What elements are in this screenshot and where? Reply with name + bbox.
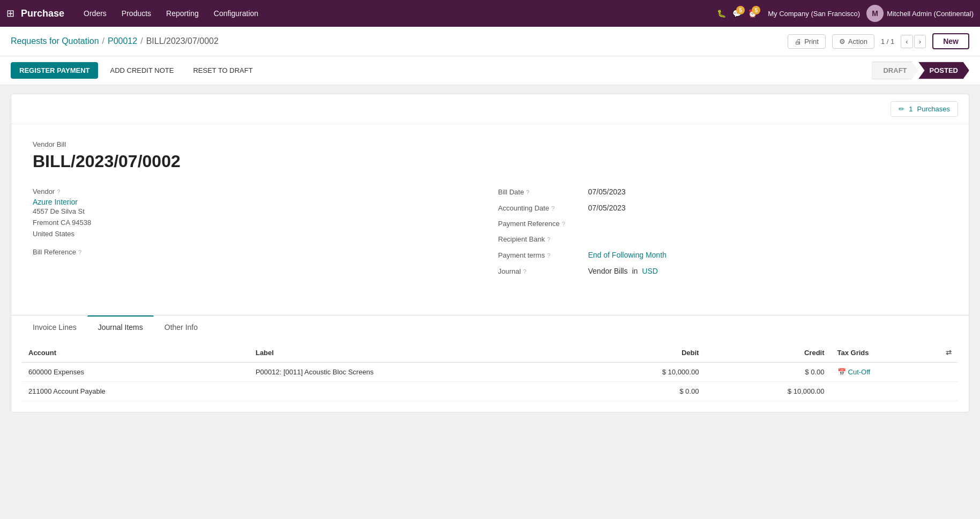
bill-reference-label: Bill Reference? — [33, 248, 482, 256]
tab-other-info[interactable]: Other Info — [154, 315, 208, 339]
bill-date-help[interactable]: ? — [526, 189, 529, 195]
form-title: BILL/2023/07/0002 — [33, 152, 947, 171]
prev-record-button[interactable]: ‹ — [901, 35, 912, 48]
journal-table-section: Account Label Debit Credit Tax Grids ⇄ 6… — [11, 343, 969, 412]
bill-reference-field-group: Bill Reference? — [33, 248, 482, 256]
register-payment-button[interactable]: REGISTER PAYMENT — [11, 62, 98, 79]
form-banner: ✏ 1 Purchases — [11, 94, 969, 124]
form-card: ✏ 1 Purchases Vendor Bill BILL/2023/07/0… — [11, 94, 969, 412]
row2-label — [249, 382, 580, 401]
row1-tax-grids: 📅 Cut-Off — [831, 363, 958, 382]
bug-icon-button[interactable]: 🐛 — [717, 9, 726, 18]
bill-date-label: Bill Date? — [498, 188, 584, 196]
nav-arrows: ‹ › — [901, 35, 926, 48]
user-menu[interactable]: M Mitchell Admin (Continental) — [866, 5, 974, 22]
calendar-icon: 📅 — [837, 368, 846, 376]
company-info: My Company (San Francisco) — [768, 10, 860, 18]
accounting-date-help[interactable]: ? — [551, 205, 555, 212]
column-settings-icon[interactable]: ⇄ — [946, 349, 952, 357]
action-bar: REGISTER PAYMENT ADD CREDIT NOTE RESET T… — [0, 56, 980, 85]
accounting-date-value: 07/05/2023 — [588, 204, 626, 212]
breadcrumb: Requests for Quotation / P00012 / BILL/2… — [11, 36, 219, 46]
bill-date-value: 07/05/2023 — [588, 187, 626, 196]
form-left-column: Vendor? Azure Interior 4557 De Silva St … — [33, 187, 482, 283]
vendor-address: 4557 De Silva St Fremont CA 94538 United… — [33, 206, 482, 239]
breadcrumb-p00012[interactable]: P00012 — [108, 36, 137, 46]
apps-icon[interactable]: ⊞ — [6, 7, 14, 19]
journal-help[interactable]: ? — [523, 268, 526, 275]
bill-date-row: Bill Date? 07/05/2023 — [498, 187, 948, 196]
row1-label: P00012: [0011] Acoustic Bloc Screens — [249, 363, 580, 382]
journal-row: Journal? Vendor Bills in USD — [498, 267, 948, 275]
breadcrumb-rfq[interactable]: Requests for Quotation — [11, 36, 99, 46]
nav-orders[interactable]: Orders — [77, 5, 113, 22]
payment-reference-row: Payment Reference? — [498, 220, 948, 228]
recipient-bank-help[interactable]: ? — [547, 236, 550, 243]
journal-label: Journal? — [498, 267, 584, 275]
edit-icon: ✏ — [899, 105, 904, 113]
clock-icon-button[interactable]: ⏰ 5 — [748, 9, 757, 18]
journal-table: Account Label Debit Credit Tax Grids ⇄ 6… — [22, 343, 958, 401]
payment-terms-help[interactable]: ? — [547, 252, 550, 259]
status-draft[interactable]: DRAFT — [872, 62, 918, 79]
payment-reference-label: Payment Reference? — [498, 220, 584, 228]
payment-terms-row: Payment terms? End of Following Month — [498, 251, 948, 259]
new-button[interactable]: New — [932, 33, 969, 49]
row1-credit: $ 0.00 — [705, 363, 831, 382]
journal-in: in — [632, 267, 638, 275]
nav-reporting[interactable]: Reporting — [160, 5, 205, 22]
journal-value: Vendor Bills — [588, 267, 628, 275]
action-button[interactable]: ⚙ Action — [832, 34, 874, 49]
purchases-count: 1 — [909, 105, 912, 113]
tab-journal-items[interactable]: Journal Items — [87, 315, 154, 339]
payment-terms-value[interactable]: End of Following Month — [588, 251, 667, 259]
print-button[interactable]: 🖨 Print — [788, 34, 826, 49]
gear-icon: ⚙ — [839, 37, 846, 46]
col-account-header: Account — [22, 343, 249, 363]
chat-icon-button[interactable]: 💬 5 — [732, 9, 742, 18]
breadcrumb-bar: Requests for Quotation / P00012 / BILL/2… — [0, 27, 980, 56]
tab-invoice-lines[interactable]: Invoice Lines — [22, 315, 87, 339]
row2-debit: $ 0.00 — [580, 382, 705, 401]
next-record-button[interactable]: › — [914, 35, 926, 48]
breadcrumb-current: BILL/2023/07/0002 — [146, 36, 219, 46]
form-body: Vendor Bill BILL/2023/07/0002 Vendor? Az… — [11, 124, 969, 315]
form-type-label: Vendor Bill — [33, 140, 947, 148]
recipient-bank-label: Recipient Bank? — [498, 235, 584, 243]
clock-badge: 5 — [752, 6, 760, 14]
vendor-name[interactable]: Azure Interior — [33, 198, 78, 206]
vendor-help[interactable]: ? — [57, 189, 60, 195]
payment-terms-label: Payment terms? — [498, 251, 584, 259]
user-name: Mitchell Admin (Continental) — [887, 10, 974, 18]
breadcrumb-sep-1: / — [102, 36, 104, 46]
company-name: My Company (San Francisco) — [768, 10, 860, 18]
row2-credit: $ 10,000.00 — [705, 382, 831, 401]
col-credit-header: Credit — [705, 343, 831, 363]
table-row: 600000 Expenses P00012: [0011] Acoustic … — [22, 363, 958, 382]
status-posted[interactable]: POSTED — [918, 62, 969, 79]
vendor-field-group: Vendor? Azure Interior 4557 De Silva St … — [33, 187, 482, 239]
bill-reference-help[interactable]: ? — [78, 249, 81, 255]
vendor-address3: United States — [33, 229, 482, 240]
nav-configuration[interactable]: Configuration — [207, 5, 265, 22]
vendor-address1: 4557 De Silva St — [33, 206, 482, 217]
user-avatar: M — [866, 5, 884, 22]
nav-icons: 🐛 💬 5 ⏰ 5 My Company (San Francisco) M M… — [717, 5, 974, 22]
reset-to-draft-button[interactable]: RESET TO DRAFT — [185, 62, 260, 79]
journal-currency[interactable]: USD — [642, 267, 658, 275]
purchases-label: Purchases — [917, 105, 950, 113]
printer-icon: 🖨 — [795, 37, 802, 46]
form-right-column: Bill Date? 07/05/2023 Accounting Date? 0… — [498, 187, 948, 283]
content-wrapper: ✏ 1 Purchases Vendor Bill BILL/2023/07/0… — [0, 85, 980, 421]
add-credit-note-button[interactable]: ADD CREDIT NOTE — [102, 62, 181, 79]
col-debit-header: Debit — [580, 343, 705, 363]
action-buttons: REGISTER PAYMENT ADD CREDIT NOTE RESET T… — [11, 62, 260, 79]
vendor-address2: Fremont CA 94538 — [33, 217, 482, 229]
purchases-widget[interactable]: ✏ 1 Purchases — [891, 101, 958, 117]
brand-name[interactable]: Purchase — [21, 8, 64, 19]
cutoff-link[interactable]: 📅 Cut-Off — [837, 368, 952, 376]
row1-account: 600000 Expenses — [22, 363, 249, 382]
payment-reference-help[interactable]: ? — [562, 221, 565, 227]
breadcrumb-sep-2: / — [140, 36, 143, 46]
nav-products[interactable]: Products — [115, 5, 158, 22]
